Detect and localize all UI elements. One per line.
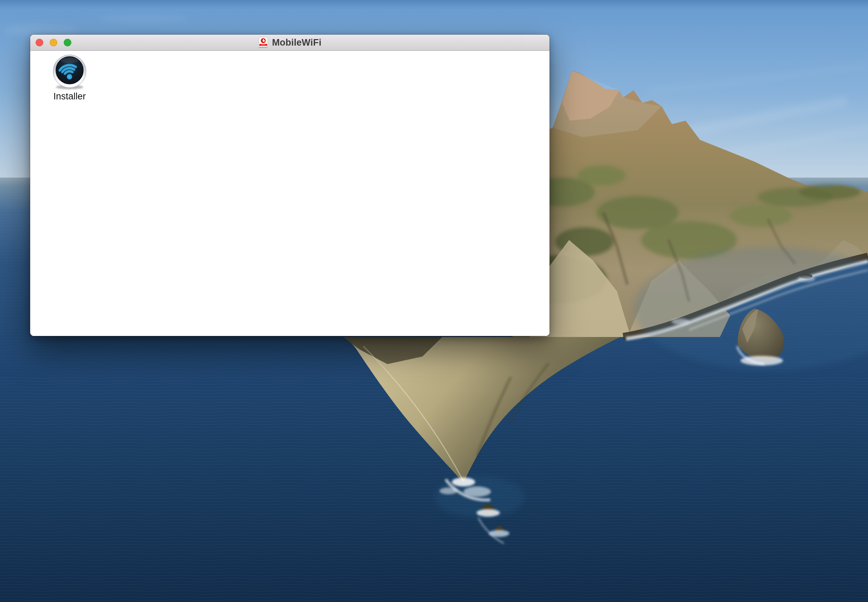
desktop[interactable]: vodafone MobileWiFi — [0, 0, 868, 602]
installer-file-item[interactable]: Installer — [41, 54, 98, 102]
window-title-bar[interactable]: vodafone MobileWiFi — [30, 35, 549, 51]
installer-file-label[interactable]: Installer — [54, 91, 86, 102]
vodafone-disk-image-icon[interactable]: vodafone — [258, 37, 268, 48]
minimize-button[interactable] — [50, 39, 57, 46]
window-title: MobileWiFi — [272, 37, 321, 48]
close-button[interactable] — [36, 39, 43, 46]
traffic-light-buttons — [36, 35, 71, 51]
finder-window-mobilewifi[interactable]: vodafone MobileWiFi — [30, 35, 549, 336]
wifi-installer-icon — [52, 54, 87, 90]
window-title-group: vodafone MobileWiFi — [258, 37, 321, 48]
window-content[interactable]: Installer — [30, 51, 549, 336]
zoom-button[interactable] — [64, 39, 71, 46]
vodafone-wordmark: vodafone — [261, 44, 266, 46]
